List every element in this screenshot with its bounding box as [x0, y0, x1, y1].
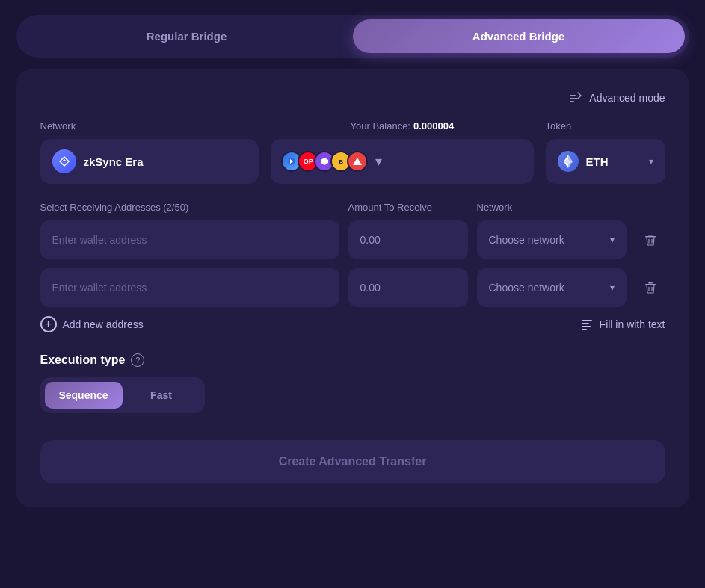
tab-regular[interactable]: Regular Bridge [21, 19, 353, 53]
svg-rect-2 [570, 101, 574, 102]
token-label: Token [546, 120, 665, 131]
choose-network-label-2: Choose network [489, 282, 604, 294]
execution-section: Execution type ? Sequence Fast [40, 353, 665, 413]
svg-rect-7 [648, 235, 653, 236]
zksync-icon [52, 149, 76, 173]
chain-dropdown-button[interactable]: ▾ [375, 153, 382, 170]
wallet-address-input-2[interactable] [40, 268, 339, 307]
svg-marker-5 [353, 158, 362, 165]
address-col-label: Select Receiving Addresses (2/50) [40, 202, 339, 213]
amount-input-2[interactable] [348, 268, 468, 307]
choose-network-2[interactable]: Choose network ▾ [477, 268, 627, 307]
chain-icon-group: OP B [281, 151, 368, 172]
addresses-header: Select Receiving Addresses (2/50) Amount… [40, 202, 665, 213]
delete-row-1-button[interactable] [635, 230, 665, 250]
tab-switcher: Regular Bridge Advanced Bridge [16, 15, 689, 58]
add-address-label: Add new address [63, 318, 144, 330]
avalanche-icon [347, 151, 368, 172]
chain-icons-strip[interactable]: OP B ▾ [271, 139, 533, 184]
choose-network-1[interactable]: Choose network ▾ [477, 220, 627, 259]
address-row-2: Choose network ▾ [40, 268, 665, 307]
choose-network-label-1: Choose network [489, 234, 604, 246]
execution-toggle: Sequence Fast [40, 377, 205, 413]
address-row-1: Choose network ▾ [40, 220, 665, 259]
svg-rect-1 [570, 98, 579, 99]
svg-marker-4 [321, 158, 328, 165]
advanced-mode-row: Advanced mode [40, 90, 665, 105]
network-label: Network [40, 120, 259, 131]
add-address-icon: + [40, 316, 57, 332]
network-section: Network zkSync Era [40, 120, 259, 184]
delete-row-2-button[interactable] [635, 278, 665, 297]
balance-label: Your Balance: [351, 120, 410, 131]
svg-rect-10 [645, 284, 656, 285]
wallet-address-input-1[interactable] [40, 220, 339, 259]
sequence-button[interactable]: Sequence [45, 382, 123, 409]
svg-rect-14 [582, 320, 592, 321]
execution-label-row: Execution type ? [40, 353, 665, 367]
choose-network-arrow-2: ▾ [610, 282, 615, 293]
advanced-mode-label[interactable]: Advanced mode [589, 92, 665, 104]
svg-rect-6 [645, 236, 656, 238]
fast-button[interactable]: Fast [123, 382, 200, 409]
svg-rect-11 [648, 282, 653, 284]
amount-input-1[interactable] [348, 220, 468, 259]
svg-rect-15 [582, 323, 589, 324]
token-dropdown-arrow: ▾ [649, 156, 653, 167]
advanced-mode-icon [568, 90, 583, 105]
token-name: ETH [586, 155, 641, 168]
network-col-label: Network [477, 202, 627, 213]
amount-col-label: Amount To Receive [348, 202, 468, 213]
add-address-button[interactable]: + Add new address [40, 316, 144, 332]
token-section: Token ETH ▾ [546, 120, 665, 184]
network-selector[interactable]: zkSync Era [40, 139, 259, 184]
action-row: + Add new address Fill in with text [40, 316, 665, 332]
tab-advanced[interactable]: Advanced Bridge [353, 19, 685, 53]
fill-text-icon [580, 318, 594, 331]
svg-rect-16 [582, 326, 591, 327]
svg-rect-0 [570, 95, 576, 96]
chain-balance-section: Your Balance: 0.000004 OP [271, 120, 533, 184]
token-selector[interactable]: ETH ▾ [546, 139, 665, 184]
app-container: Regular Bridge Advanced Bridge Advanced … [0, 0, 705, 588]
execution-title: Execution type [40, 353, 126, 367]
choose-network-arrow-1: ▾ [610, 235, 615, 245]
eth-token-icon [558, 151, 579, 172]
fill-text-button[interactable]: Fill in with text [580, 318, 665, 331]
main-card: Advanced mode Network zkSync Era [16, 69, 689, 507]
svg-rect-17 [582, 329, 587, 330]
execution-help-icon[interactable]: ? [131, 353, 144, 367]
create-transfer-button[interactable]: Create Advanced Transfer [40, 440, 665, 483]
balance-value: 0.000004 [413, 120, 454, 131]
network-name: zkSync Era [84, 155, 247, 168]
fill-text-label: Fill in with text [600, 318, 665, 330]
